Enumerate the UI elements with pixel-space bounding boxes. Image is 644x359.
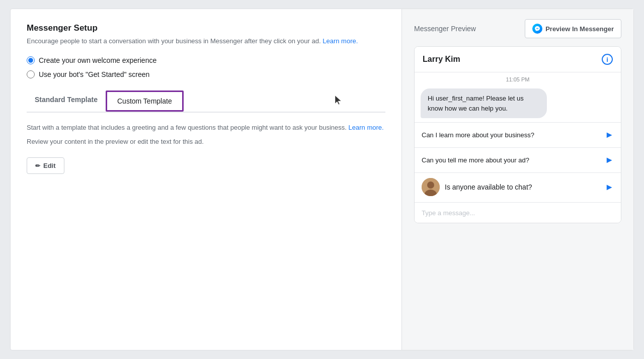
radio-bot-screen[interactable]: Use your bot's "Get Started" screen [27,70,385,78]
template-description: Start with a template that includes a gr… [27,123,385,133]
quick-reply-2-arrow: ► [605,154,614,166]
quick-reply-1-text: Can I learn more about your business? [422,131,534,140]
mouse-cursor-icon [333,95,345,107]
quick-reply-2[interactable]: Can you tell me more about your ad? ► [415,147,621,172]
radio-own-input[interactable] [27,56,35,64]
avatar [422,178,440,196]
radio-own-label: Create your own welcome experience [39,56,156,64]
quick-reply-2-text: Can you tell me more about your ad? [422,156,529,165]
main-container: Messenger Setup Encourage people to star… [10,9,634,350]
setup-title: Messenger Setup [27,23,385,33]
messenger-messages: Hi user_first_name! Please let us know h… [415,84,621,118]
description-text: Encourage people to start a conversation… [27,37,321,45]
quick-reply-1-arrow: ► [605,129,614,141]
tab-standard-label: Standard Template [35,96,98,104]
preview-title: Messenger Preview [414,25,476,33]
quick-reply-3-container: Is anyone available to chat? ► [415,172,621,202]
quick-reply-3-arrow: ► [605,182,614,193]
radio-group: Create your own welcome experience Use y… [27,56,385,78]
preview-in-messenger-button[interactable]: Preview In Messenger [525,19,621,38]
radio-own-experience[interactable]: Create your own welcome experience [27,56,385,64]
setup-description: Encourage people to start a conversation… [27,36,385,46]
edit-button-label: Edit [43,162,56,169]
learn-more-link-1[interactable]: Learn more. [323,37,358,45]
contact-name: Larry Kim [423,55,460,64]
radio-bot-label: Use your bot's "Get Started" screen [39,70,149,78]
tab-custom[interactable]: Custom Template [106,91,184,112]
info-icon[interactable]: i [602,54,613,65]
review-text: Review your content in the preview or ed… [27,137,385,147]
tab-standard[interactable]: Standard Template [27,91,106,112]
preview-header: Messenger Preview Preview In Messenger [414,19,621,38]
tab-custom-label: Custom Template [117,97,172,105]
messenger-card-header: Larry Kim i [415,47,621,72]
quick-reply-3-content[interactable]: Is anyone available to chat? ► [445,182,614,193]
learn-more-link-2[interactable]: Learn more. [349,124,384,131]
quick-reply-1[interactable]: Can I learn more about your business? ► [415,122,621,147]
template-desc-text: Start with a template that includes a gr… [27,124,347,131]
quick-reply-3-text: Is anyone available to chat? [445,183,532,191]
svg-point-1 [427,182,434,189]
messenger-preview-card: Larry Kim i 11:05 PM Hi user_first_name!… [414,46,621,223]
left-panel: Messenger Setup Encourage people to star… [11,9,402,350]
messenger-icon [532,24,542,34]
message-input-area: Type a message... [415,202,621,223]
greeting-bubble: Hi user_first_name! Please let us know h… [421,88,547,118]
pencil-icon: ✏ [35,162,40,169]
preview-button-label: Preview In Messenger [545,25,614,33]
edit-button[interactable]: ✏ Edit [27,157,64,174]
tabs-container: Standard Template Custom Template [27,91,385,113]
right-panel: Messenger Preview Preview In Messenger L… [402,9,633,350]
message-timestamp: 11:05 PM [415,72,621,84]
radio-bot-input[interactable] [27,70,35,78]
message-input-placeholder: Type a message... [422,209,475,217]
